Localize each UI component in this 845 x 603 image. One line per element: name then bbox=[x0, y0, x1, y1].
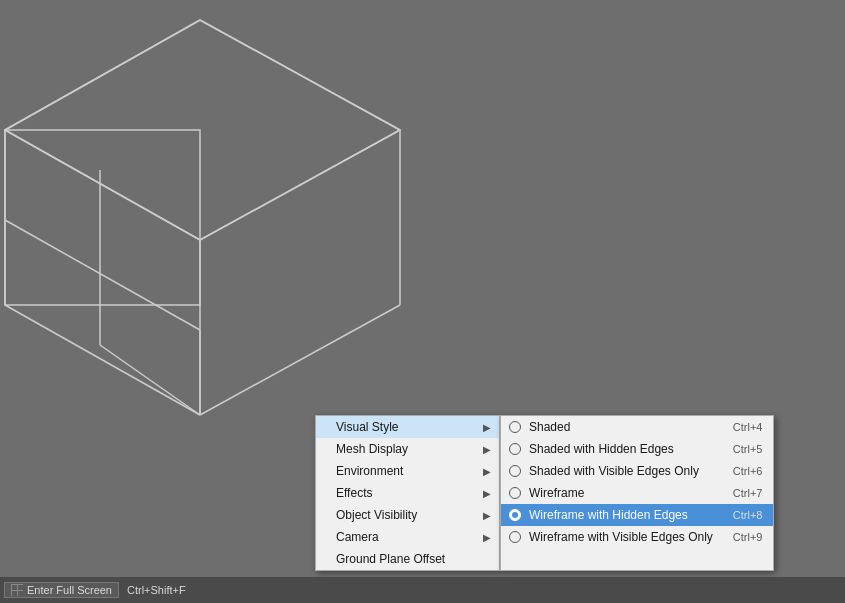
svg-line-3 bbox=[200, 20, 400, 130]
svg-rect-1 bbox=[5, 130, 200, 305]
menu-item-visual-style[interactable]: Visual Style ▶ bbox=[316, 416, 499, 438]
svg-line-10 bbox=[200, 305, 400, 415]
enter-fullscreen-label: Enter Full Screen bbox=[27, 584, 112, 596]
bottom-toolbar: Enter Full Screen Ctrl+Shift+F bbox=[0, 577, 845, 603]
submenu-arrow-mesh-display: ▶ bbox=[483, 444, 491, 455]
menu-item-mesh-display[interactable]: Mesh Display ▶ bbox=[316, 438, 499, 460]
fullscreen-icon bbox=[11, 584, 23, 596]
radio-wireframe-visible-edges-only bbox=[509, 531, 521, 543]
menu-item-environment[interactable]: Environment ▶ bbox=[316, 460, 499, 482]
enter-fullscreen-button[interactable]: Enter Full Screen bbox=[4, 582, 119, 598]
submenu-item-wireframe[interactable]: Wireframe Ctrl+7 bbox=[501, 482, 773, 504]
submenu-arrow-environment: ▶ bbox=[483, 466, 491, 477]
svg-line-14 bbox=[100, 345, 200, 415]
menu-item-object-visibility[interactable]: Object Visibility ▶ bbox=[316, 504, 499, 526]
svg-line-5 bbox=[5, 130, 200, 240]
submenu-item-wireframe-hidden-edges[interactable]: Wireframe with Hidden Edges Ctrl+8 bbox=[501, 504, 773, 526]
submenu-arrow-effects: ▶ bbox=[483, 488, 491, 499]
radio-wireframe bbox=[509, 487, 521, 499]
svg-line-11 bbox=[5, 220, 200, 330]
context-menu: Visual Style ▶ Mesh Display ▶ Environmen… bbox=[315, 415, 774, 571]
fullscreen-shortcut: Ctrl+Shift+F bbox=[123, 582, 190, 598]
submenu-item-shaded-visible-edges-only[interactable]: Shaded with Visible Edges Only Ctrl+6 bbox=[501, 460, 773, 482]
submenu-arrow-camera: ▶ bbox=[483, 532, 491, 543]
menu-panel-left: Visual Style ▶ Mesh Display ▶ Environmen… bbox=[315, 415, 500, 571]
menu-item-effects[interactable]: Effects ▶ bbox=[316, 482, 499, 504]
radio-wireframe-hidden-edges bbox=[509, 509, 521, 521]
svg-line-8 bbox=[5, 305, 200, 415]
svg-line-2 bbox=[5, 20, 200, 130]
submenu-item-shaded-hidden-edges[interactable]: Shaded with Hidden Edges Ctrl+5 bbox=[501, 438, 773, 460]
menu-item-camera[interactable]: Camera ▶ bbox=[316, 526, 499, 548]
submenu-item-wireframe-visible-edges-only[interactable]: Wireframe with Visible Edges Only Ctrl+9 bbox=[501, 526, 773, 548]
radio-shaded-hidden-edges bbox=[509, 443, 521, 455]
submenu-arrow-object-visibility: ▶ bbox=[483, 510, 491, 521]
submenu-item-shaded[interactable]: Shaded Ctrl+4 bbox=[501, 416, 773, 438]
radio-shaded-visible-edges-only bbox=[509, 465, 521, 477]
menu-panel-right: Shaded Ctrl+4 Shaded with Hidden Edges C… bbox=[500, 415, 774, 571]
svg-line-4 bbox=[200, 130, 400, 240]
radio-shaded bbox=[509, 421, 521, 433]
submenu-arrow-visual-style: ▶ bbox=[483, 422, 491, 433]
menu-item-ground-plane-offset[interactable]: Ground Plane Offset bbox=[316, 548, 499, 570]
